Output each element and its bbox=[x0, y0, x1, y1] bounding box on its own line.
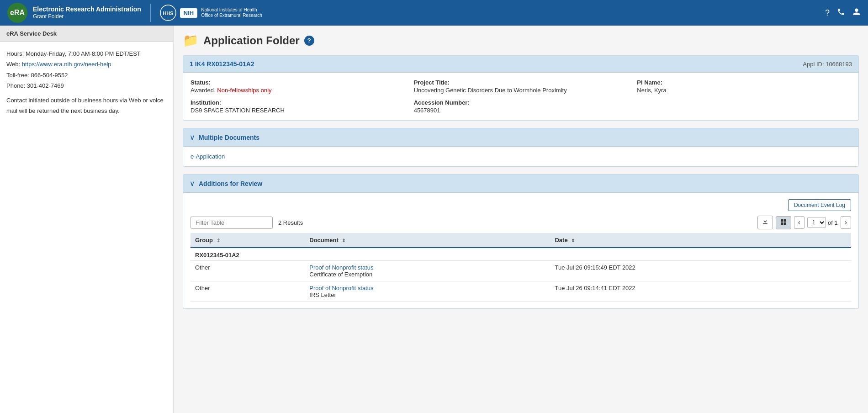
user-icon[interactable] bbox=[852, 8, 861, 18]
nih-logo-area: HHS NIH National Institutes of Health Of… bbox=[160, 5, 262, 21]
additions-title: Additions for Review bbox=[199, 180, 262, 187]
project-title-block: Project Title: Uncovering Genetic Disord… bbox=[414, 79, 628, 94]
era-logo: eRA bbox=[7, 3, 27, 23]
multiple-docs-body: e-Application bbox=[183, 147, 858, 166]
sidebar-tollfree: Toll-free: 866-504-9552 bbox=[6, 70, 167, 80]
page-title-row: 📁 Application Folder ? bbox=[183, 33, 859, 48]
additions-body: Document Event Log 2 Results ‹ bbox=[183, 193, 858, 308]
row2-doc-link[interactable]: Proof of Nonprofit status bbox=[309, 285, 373, 291]
row1-date: Tue Jul 26 09:15:49 EDT 2022 bbox=[550, 261, 851, 281]
accession-label: Accession Number: bbox=[414, 99, 628, 106]
status-awarded: Awarded. bbox=[191, 87, 216, 94]
additions-section: ∨ Additions for Review Document Event Lo… bbox=[183, 174, 859, 309]
pi-name-block: PI Name: Neris, Kyra bbox=[637, 79, 851, 94]
group-sort-icon[interactable]: ⇕ bbox=[217, 238, 220, 243]
next-page-button[interactable]: › bbox=[841, 216, 851, 229]
additions-chevron: ∨ bbox=[190, 179, 195, 188]
project-title-value: Uncovering Genetic Disorders Due to Worm… bbox=[414, 87, 567, 94]
nih-text: National Institutes of Health Office of … bbox=[201, 7, 262, 18]
prev-page-button[interactable]: ‹ bbox=[794, 216, 804, 229]
status-label: Status: bbox=[191, 79, 405, 86]
page-help-icon[interactable]: ? bbox=[304, 36, 314, 46]
sidebar-web-link[interactable]: https://www.era.nih.gov/need-help bbox=[22, 61, 111, 68]
header-title: Electronic Research Administration Grant… bbox=[33, 5, 141, 21]
pi-name-value: Neris, Kyra bbox=[637, 87, 666, 94]
page-of-label: of 1 bbox=[828, 219, 838, 226]
status-type: Non-fellowships only bbox=[217, 87, 271, 94]
e-application-link[interactable]: e-Application bbox=[191, 153, 225, 160]
institution-block: Institution: DS9 SPACE STATION RESEARCH bbox=[191, 99, 405, 114]
row2-group: Other bbox=[191, 281, 305, 302]
multiple-docs-title: Multiple Documents bbox=[199, 134, 259, 141]
appl-id: Appl ID: 10668193 bbox=[803, 61, 852, 68]
content-area: 📁 Application Folder ? 1 IK4 RX012345-01… bbox=[174, 26, 868, 413]
nih-badge: NIH bbox=[180, 8, 197, 18]
table-row: Other Proof of Nonprofit status IRS Lett… bbox=[191, 281, 851, 302]
grant-section-header: 1 IK4 RX012345-01A2 Appl ID: 10668193 bbox=[183, 56, 858, 73]
header-right: ? bbox=[825, 8, 861, 18]
sidebar-web: Web: https://www.era.nih.gov/need-help bbox=[6, 59, 167, 69]
sidebar-hours: Hours: Monday-Friday, 7:00 AM-8:00 PM ED… bbox=[6, 48, 167, 59]
header-sub-title: Grant Folder bbox=[33, 13, 141, 21]
app-header: eRA Electronic Research Administration G… bbox=[0, 0, 868, 26]
grid-view-button[interactable] bbox=[776, 216, 791, 229]
row2-doc-sub: IRS Letter bbox=[309, 291, 336, 298]
multiple-docs-section: ∨ Multiple Documents e-Application bbox=[183, 128, 859, 167]
svg-text:HHS: HHS bbox=[163, 11, 173, 16]
status-block: Status: Awarded. Non-fellowships only bbox=[191, 79, 405, 94]
row2-document: Proof of Nonprofit status IRS Letter bbox=[305, 281, 550, 302]
table-row: Other Proof of Nonprofit status Certific… bbox=[191, 261, 851, 281]
additions-table: Group ⇕ Document ⇕ Date ⇕ bbox=[191, 233, 851, 302]
filter-table-input[interactable] bbox=[191, 217, 273, 229]
nih-line1: National Institutes of Health bbox=[201, 7, 262, 13]
row1-doc-link[interactable]: Proof of Nonprofit status bbox=[309, 264, 373, 271]
row1-doc-sub: Certificate of Exemption bbox=[309, 271, 372, 278]
row2-date: Tue Jul 26 09:14:41 EDT 2022 bbox=[550, 281, 851, 302]
folder-icon: 📁 bbox=[183, 33, 199, 48]
download-button[interactable] bbox=[757, 216, 773, 229]
col-date: Date ⇕ bbox=[550, 233, 851, 248]
sidebar-phone: Phone: 301-402-7469 bbox=[6, 80, 167, 91]
col-group: Group ⇕ bbox=[191, 233, 305, 248]
pagination-area: ‹ 1 of 1 › bbox=[757, 216, 851, 229]
sidebar-header: eRA Service Desk bbox=[0, 26, 173, 42]
additions-toolbar: Document Event Log bbox=[191, 199, 851, 211]
row1-document: Proof of Nonprofit status Certificate of… bbox=[305, 261, 550, 281]
page-select-area: 1 of 1 bbox=[807, 217, 838, 228]
pi-name-label: PI Name: bbox=[637, 79, 851, 86]
table-group-row: RX012345-01A2 bbox=[191, 248, 851, 261]
grant-section: 1 IK4 RX012345-01A2 Appl ID: 10668193 St… bbox=[183, 55, 859, 121]
date-sort-icon[interactable]: ⇕ bbox=[571, 238, 575, 243]
accession-block: Accession Number: 45678901 bbox=[414, 99, 628, 114]
help-icon[interactable]: ? bbox=[825, 8, 830, 18]
sidebar-content: Hours: Monday-Friday, 7:00 AM-8:00 PM ED… bbox=[0, 42, 173, 122]
project-title-label: Project Title: bbox=[414, 79, 628, 86]
multiple-docs-chevron: ∨ bbox=[190, 133, 195, 142]
header-main-title: Electronic Research Administration bbox=[33, 5, 141, 13]
nih-line2: Office of Extramural Research bbox=[201, 13, 262, 18]
document-sort-icon[interactable]: ⇕ bbox=[342, 238, 345, 243]
col-document: Document ⇕ bbox=[305, 233, 550, 248]
accession-value: 45678901 bbox=[414, 107, 440, 114]
institution-label: Institution: bbox=[191, 99, 405, 106]
hhs-icon: HHS bbox=[160, 5, 176, 21]
phone-icon[interactable] bbox=[837, 8, 845, 18]
institution-value: DS9 SPACE STATION RESEARCH bbox=[191, 107, 285, 114]
filter-row: 2 Results ‹ 1 of 1 bbox=[191, 216, 851, 229]
sidebar-note: Contact initiated outside of business ho… bbox=[6, 95, 167, 116]
doc-event-log-button[interactable]: Document Event Log bbox=[788, 199, 851, 211]
header-divider bbox=[150, 4, 151, 22]
multiple-docs-header[interactable]: ∨ Multiple Documents bbox=[183, 128, 858, 147]
additions-header[interactable]: ∨ Additions for Review bbox=[183, 175, 858, 193]
table-header-row: Group ⇕ Document ⇕ Date ⇕ bbox=[191, 233, 851, 248]
grant-info-grid: Status: Awarded. Non-fellowships only Pr… bbox=[183, 73, 858, 120]
group-label: RX012345-01A2 bbox=[191, 248, 851, 261]
results-count: 2 Results bbox=[278, 219, 303, 226]
grant-id: 1 IK4 RX012345-01A2 bbox=[190, 60, 254, 68]
row1-group: Other bbox=[191, 261, 305, 281]
page-select[interactable]: 1 bbox=[807, 217, 826, 228]
main-layout: eRA Service Desk Hours: Monday-Friday, 7… bbox=[0, 26, 868, 413]
sidebar: eRA Service Desk Hours: Monday-Friday, 7… bbox=[0, 26, 174, 413]
page-title: Application Folder bbox=[203, 34, 300, 47]
